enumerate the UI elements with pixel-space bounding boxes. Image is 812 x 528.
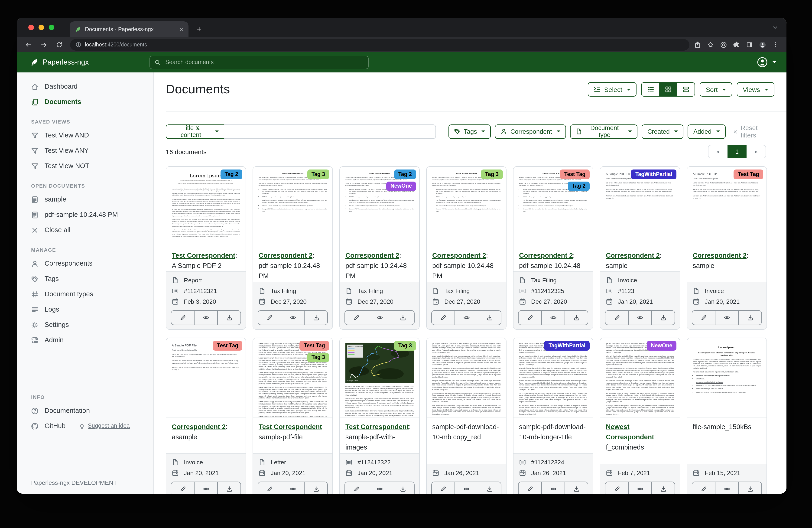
sidebar-item-test-view-and[interactable]: Test View AND — [17, 128, 153, 143]
document-card[interactable]: augue mauris, blandit sit amet neque eu,… — [513, 338, 593, 494]
tag-badge[interactable]: Tag 2 — [220, 170, 242, 179]
download-button[interactable] — [391, 311, 414, 325]
sidebar-item-pdf-sample-10-24-48-pm[interactable]: pdf-sample 10.24.48 PM — [17, 207, 153, 223]
view-button[interactable] — [628, 482, 651, 494]
tag-badge[interactable]: TagWithPartial — [545, 341, 590, 351]
document-card[interactable]: Lorem Ipsum"Neque porro quisquam est qui… — [166, 166, 246, 330]
edit-button[interactable] — [345, 311, 368, 325]
download-button[interactable] — [478, 311, 501, 325]
tag-badge[interactable]: Tag 2 — [394, 170, 416, 179]
select-button[interactable]: Select — [588, 82, 637, 97]
view-list-button[interactable] — [642, 83, 659, 96]
download-button[interactable] — [651, 311, 675, 325]
tab-search-chevron-icon[interactable] — [772, 18, 778, 37]
reload-button[interactable] — [53, 39, 65, 51]
view-button[interactable] — [368, 311, 391, 325]
correspondent-link[interactable]: Correspondent 2 — [432, 252, 486, 259]
filter-correspondent-button[interactable]: Correspondent — [495, 124, 566, 139]
global-search[interactable] — [149, 56, 368, 69]
extensions-icon[interactable] — [733, 41, 740, 48]
app-brand[interactable]: Paperless-ngx — [17, 58, 149, 67]
edit-button[interactable] — [345, 482, 368, 494]
sidebar-item-test-view-any[interactable]: Test View ANY — [17, 143, 153, 158]
tag-badge[interactable]: Tag 3 — [481, 170, 503, 179]
edit-button[interactable] — [519, 311, 541, 325]
browser-tab[interactable]: Documents - Paperless-ngx — [70, 22, 188, 37]
edit-button[interactable] — [519, 482, 541, 494]
document-card[interactable]: A Simple PDF FileThis is a small demonst… — [687, 166, 767, 330]
edit-button[interactable] — [432, 311, 454, 325]
document-preview[interactable]: per inceptos himenaeos. Quisque in ex li… — [427, 338, 506, 417]
view-button[interactable] — [715, 311, 738, 325]
download-button[interactable] — [217, 482, 241, 494]
site-info-icon[interactable] — [76, 42, 81, 47]
sidebar-item-settings[interactable]: Settings — [17, 317, 153, 332]
tag-badge[interactable]: NewOne — [386, 181, 416, 191]
browser-profile-avatar[interactable] — [759, 41, 766, 48]
view-button[interactable] — [541, 482, 565, 494]
document-card[interactable]: gue est. Lorem ipsum dolor sit amet, con… — [600, 338, 680, 494]
document-card[interactable]: Adobe Acrobat PDF FilesAdobe® Portable D… — [426, 166, 507, 330]
correspondent-link[interactable]: Correspondent 2 — [693, 252, 746, 259]
sidebar-item-correspondents[interactable]: Correspondents — [17, 256, 153, 271]
tag-badge[interactable]: Test Tag — [734, 170, 763, 179]
document-card[interactable]: per inceptos himenaeos. Quisque in ex li… — [426, 338, 507, 494]
correspondent-link[interactable]: Correspondent 2 — [172, 423, 226, 430]
sidebar-item-documentation[interactable]: Documentation — [17, 403, 153, 418]
document-card[interactable]: Lorem ipsumLorem ipsum dolor sit amet, c… — [687, 338, 767, 494]
view-details-button[interactable] — [677, 83, 695, 96]
correspondent-link[interactable]: Test Correspondent — [345, 423, 409, 430]
download-button[interactable] — [738, 311, 762, 325]
sidebar-item-sample[interactable]: sample — [17, 192, 153, 207]
edit-button[interactable] — [692, 482, 715, 494]
view-button[interactable] — [715, 482, 738, 494]
view-button[interactable] — [281, 311, 304, 325]
document-preview[interactable]: Lorem ipsumLorem ipsum dolor sit amet, c… — [687, 338, 767, 417]
sidebar-item-dashboard[interactable]: Dashboard — [17, 79, 153, 94]
document-card[interactable]: A Simple PDF FileThis is a small demonst… — [166, 338, 246, 494]
share-icon[interactable] — [694, 41, 701, 48]
download-button[interactable] — [478, 482, 501, 494]
edit-button[interactable] — [605, 482, 628, 494]
document-card[interactable]: Lorem Ipsum is simply dummy text of the … — [252, 338, 333, 494]
view-button[interactable] — [454, 482, 478, 494]
new-tab-button[interactable]: + — [193, 23, 205, 35]
prev-page-button[interactable]: « — [709, 145, 727, 158]
view-button[interactable] — [368, 482, 391, 494]
bookmark-icon[interactable] — [707, 41, 714, 48]
sidebar-item-tags[interactable]: Tags — [17, 271, 153, 286]
document-card[interactable]: Adobe Acrobat PDF FilesAdobe® Portable D… — [252, 166, 333, 330]
document-card[interactable]: A Simple PDF FileThis is a small demonst… — [600, 166, 680, 330]
view-button[interactable] — [281, 482, 304, 494]
window-minimize-button[interactable] — [39, 25, 44, 30]
side-panel-icon[interactable] — [746, 41, 753, 48]
edit-button[interactable] — [258, 311, 281, 325]
edit-button[interactable] — [692, 311, 715, 325]
download-button[interactable] — [304, 311, 327, 325]
back-button[interactable] — [22, 39, 34, 51]
tab-close-icon[interactable] — [179, 27, 184, 32]
view-button[interactable] — [194, 311, 217, 325]
download-button[interactable] — [738, 482, 762, 494]
tag-badge[interactable]: TagWithPartial — [631, 170, 677, 179]
edit-button[interactable] — [432, 482, 454, 494]
view-button[interactable] — [628, 311, 651, 325]
sidebar-item-close-all[interactable]: Close all — [17, 223, 153, 238]
filter-tags-button[interactable]: Tags — [449, 124, 491, 139]
search-input[interactable] — [164, 58, 363, 66]
tag-badge[interactable]: Tag 3 — [307, 170, 329, 179]
views-button[interactable]: Views — [737, 82, 774, 97]
sidebar-item-admin[interactable]: Admin — [17, 332, 153, 348]
reset-filters-button[interactable]: × Reset filters — [733, 124, 774, 139]
current-page[interactable]: 1 — [727, 145, 746, 158]
document-card[interactable]: Adobe Acrobat PDF FilesAdobe® Portable D… — [513, 166, 593, 330]
user-menu[interactable] — [757, 57, 786, 68]
filter-field-button[interactable]: Title & content — [166, 124, 224, 139]
edit-button[interactable] — [258, 482, 281, 494]
edit-button[interactable] — [171, 311, 194, 325]
sidebar-item-test-view-not[interactable]: Test View NOT — [17, 158, 153, 174]
download-button[interactable] — [651, 482, 675, 494]
correspondent-link[interactable]: Newest Correspondent — [606, 423, 654, 441]
correspondent-link[interactable]: Test Correspondent — [259, 423, 322, 430]
correspondent-link[interactable]: Correspondent 2 — [345, 252, 399, 259]
